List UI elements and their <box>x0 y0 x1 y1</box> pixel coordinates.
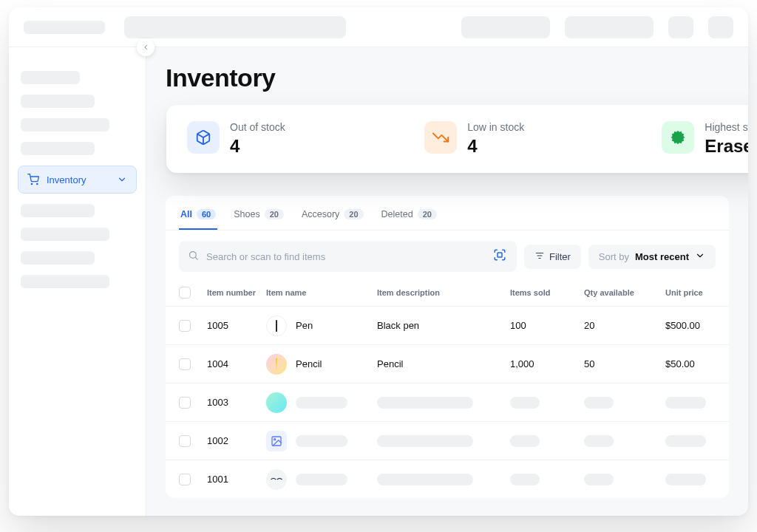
filter-button[interactable]: Filter <box>524 245 581 269</box>
main: Inventory Out of stock 4 <box>146 47 748 516</box>
box-icon <box>187 121 220 154</box>
cell-item-name: Pencil <box>296 358 322 369</box>
topbar-pill-2 <box>565 16 654 38</box>
tab-shoes[interactable]: Shoes 20 <box>232 206 285 230</box>
row-menu-button[interactable] <box>747 320 748 332</box>
cell-sold: 1,000 <box>510 358 584 369</box>
cell-item-number: 1001 <box>207 474 266 485</box>
tab-count: 20 <box>344 209 363 219</box>
svg-point-21 <box>274 438 276 440</box>
table-row[interactable]: 1002 <box>166 421 729 460</box>
col-unit-price: Unit price <box>665 288 747 297</box>
content-card: All 60 Shoes 20 Accesory 20 Deleted 20 <box>166 196 729 498</box>
filter-icon <box>534 250 545 263</box>
col-qty-available: Qty available <box>584 288 665 297</box>
cell-sold: 100 <box>510 320 584 331</box>
skeleton <box>377 397 473 409</box>
stat-low-in-stock: Low in stock 4 <box>424 121 639 157</box>
stat-label: Out of stock <box>230 121 285 133</box>
row-menu-button[interactable] <box>747 397 748 409</box>
skeleton <box>665 397 706 409</box>
table-header: Item number Item name Item description I… <box>166 282 729 306</box>
svg-point-1 <box>37 183 38 184</box>
skeleton <box>377 474 473 485</box>
topbar-pill-1 <box>461 16 550 38</box>
sidebar-item-placeholder <box>21 251 95 265</box>
sidebar-item-inventory[interactable]: Inventory <box>18 166 137 194</box>
sidebar-item-placeholder <box>21 71 80 84</box>
item-thumbnail <box>266 469 287 490</box>
tab-label: Deleted <box>381 209 413 219</box>
skeleton <box>510 435 540 447</box>
stat-value: 4 <box>230 136 285 157</box>
cell-item-name: Pen <box>296 320 313 331</box>
sidebar-item-placeholder <box>21 95 95 108</box>
svg-line-4 <box>195 257 197 259</box>
trending-down-icon <box>424 121 457 154</box>
col-item-name: Item name <box>266 288 377 297</box>
skeleton <box>510 397 540 409</box>
tab-label: Shoes <box>234 209 259 219</box>
sidebar-item-placeholder <box>21 204 95 217</box>
cart-icon <box>27 174 39 185</box>
tab-deleted[interactable]: Deleted 20 <box>380 206 438 230</box>
skeleton <box>296 435 347 447</box>
skeleton <box>665 474 706 485</box>
tab-all[interactable]: All 60 <box>179 206 217 230</box>
table-row[interactable]: 1005 Pen Black pen 100 20 $500.00 <box>166 306 729 344</box>
row-checkbox[interactable] <box>179 435 191 447</box>
skeleton <box>584 397 614 409</box>
chevron-down-icon <box>695 250 705 263</box>
search-icon <box>188 250 199 264</box>
stat-highest-selling: Highest selling stock Eraser <box>662 121 748 157</box>
topbar-square-2 <box>708 16 733 38</box>
topbar-search-placeholder <box>124 16 346 38</box>
row-checkbox[interactable] <box>179 397 191 409</box>
table-row[interactable]: 1004 Pencil Pencil 1,000 50 $50.00 <box>166 344 729 383</box>
item-thumbnail <box>266 392 287 413</box>
image-placeholder-icon <box>266 431 287 451</box>
svg-rect-9 <box>276 319 277 331</box>
sidebar-item-label: Inventory <box>47 174 109 185</box>
stats-card: Out of stock 4 Low in stock 4 <box>166 105 748 173</box>
cell-qty: 20 <box>584 320 665 331</box>
row-menu-button[interactable] <box>747 474 748 485</box>
row-checkbox[interactable] <box>179 320 191 332</box>
skeleton <box>296 397 347 409</box>
svg-point-0 <box>31 183 32 184</box>
scan-icon[interactable] <box>492 247 508 266</box>
skeleton <box>510 474 540 485</box>
tab-label: Accesory <box>302 209 339 219</box>
row-menu-button[interactable] <box>747 358 748 370</box>
skeleton <box>296 474 347 485</box>
inventory-table: Item number Item name Item description I… <box>166 282 729 498</box>
stat-out-of-stock: Out of stock 4 <box>187 121 402 157</box>
col-item-description: Item description <box>377 288 510 297</box>
tab-accessory[interactable]: Accesory 20 <box>300 206 365 230</box>
skeleton <box>584 435 614 447</box>
search-input[interactable] <box>206 251 484 262</box>
sort-value: Most recent <box>635 251 689 262</box>
hot-badge-icon <box>662 121 694 154</box>
tab-label: All <box>180 209 192 219</box>
chevron-down-icon <box>117 174 127 185</box>
select-all-checkbox[interactable] <box>179 287 191 299</box>
row-menu-button[interactable] <box>747 435 748 447</box>
tab-count: 60 <box>197 209 216 219</box>
row-checkbox[interactable] <box>179 358 191 370</box>
sidebar-item-placeholder <box>21 228 109 241</box>
skeleton <box>584 474 614 485</box>
svg-marker-13 <box>276 358 277 369</box>
sort-dropdown[interactable]: Sort by Most recent <box>588 245 716 269</box>
stat-label: Low in stock <box>467 121 524 133</box>
table-row[interactable]: 1001 <box>166 460 729 498</box>
cell-description: Pencil <box>377 358 510 369</box>
skeleton <box>665 435 706 447</box>
stat-label: Highest selling stock <box>705 121 748 133</box>
sort-by-label: Sort by <box>599 251 629 262</box>
svg-point-3 <box>190 251 197 258</box>
row-checkbox[interactable] <box>179 474 191 485</box>
search-box[interactable] <box>179 241 517 272</box>
table-row[interactable]: 1003 <box>166 383 729 421</box>
page-title: Inventory <box>166 64 729 92</box>
